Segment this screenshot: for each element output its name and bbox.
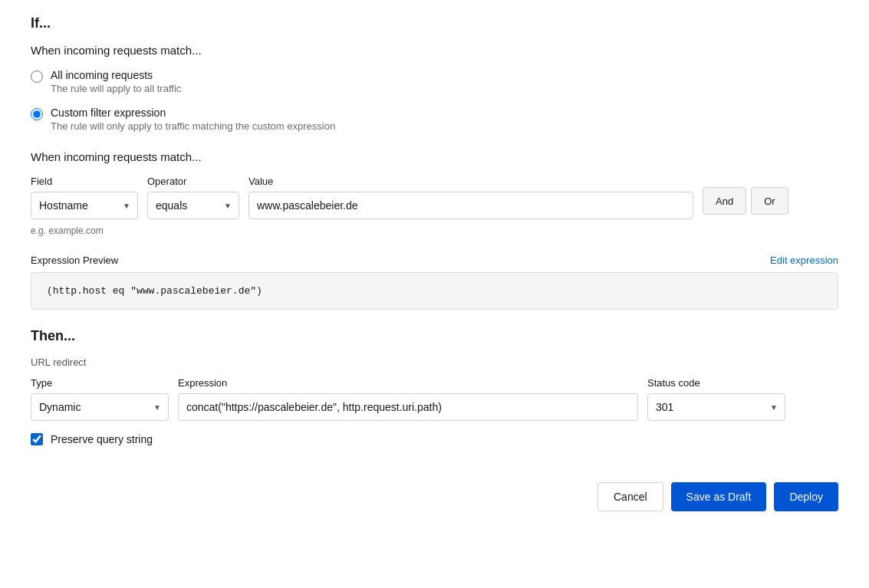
deploy-button[interactable]: Deploy — [774, 482, 838, 511]
if-section: If... When incoming requests match... Al… — [31, 15, 838, 132]
radio-all-label: All incoming requests — [51, 69, 181, 81]
radio-custom-label: Custom filter expression — [51, 107, 335, 119]
edit-expression-link[interactable]: Edit expression — [770, 255, 838, 266]
radio-item-custom: Custom filter expression The rule will o… — [31, 107, 838, 132]
radio-all-text: All incoming requests The rule will appl… — [51, 69, 181, 94]
type-select[interactable]: Dynamic Static — [31, 393, 169, 421]
field-group: Field Hostname URI Path Query String Cou… — [31, 176, 138, 219]
operator-select-wrapper: equals does not equal contains does not … — [147, 192, 239, 219]
if-title: If... — [31, 15, 838, 31]
cancel-button[interactable]: Cancel — [597, 482, 663, 511]
field-select[interactable]: Hostname URI Path Query String Country I… — [31, 192, 138, 219]
save-draft-button[interactable]: Save as Draft — [671, 482, 767, 511]
url-redirect-label: URL redirect — [31, 356, 838, 368]
expression-preview-label: Expression Preview — [31, 255, 118, 266]
radio-group: All incoming requests The rule will appl… — [31, 69, 838, 132]
status-code-label: Status code — [647, 377, 785, 389]
value-hint: e.g. example.com — [31, 225, 838, 236]
type-label: Type — [31, 377, 169, 389]
filter-section: When incoming requests match... Field Ho… — [31, 150, 838, 236]
field-select-wrapper: Hostname URI Path Query String Country I… — [31, 192, 138, 219]
preserve-query-label: Preserve query string — [51, 433, 153, 445]
then-section: Then... URL redirect Type Dynamic Static… — [31, 328, 838, 445]
field-label: Field — [31, 176, 138, 187]
expression-label: Expression — [178, 377, 638, 389]
expression-input[interactable] — [178, 393, 638, 421]
value-label: Value — [249, 176, 693, 187]
radio-all-incoming[interactable] — [31, 71, 43, 83]
or-button[interactable]: Or — [751, 187, 788, 215]
type-expression-row: Type Dynamic Static ▼ Expression Status … — [31, 377, 838, 421]
expression-box: (http.host eq "www.pascalebeier.de") — [31, 272, 838, 310]
status-code-group: Status code 301 302 303 307 308 ▼ — [647, 377, 785, 421]
operator-group: Operator equals does not equal contains … — [147, 176, 239, 219]
field-row: Field Hostname URI Path Query String Cou… — [31, 176, 838, 219]
radio-item-all: All incoming requests The rule will appl… — [31, 69, 838, 94]
expression-preview-header: Expression Preview Edit expression — [31, 255, 838, 266]
then-title: Then... — [31, 328, 838, 344]
operator-select[interactable]: equals does not equal contains does not … — [147, 192, 239, 219]
radio-custom-filter[interactable] — [31, 108, 43, 120]
radio-custom-desc: The rule will only apply to traffic matc… — [51, 120, 335, 132]
status-code-select[interactable]: 301 302 303 307 308 — [647, 393, 785, 421]
radio-custom-text: Custom filter expression The rule will o… — [51, 107, 335, 132]
preserve-query-row: Preserve query string — [31, 433, 838, 445]
radio-all-desc: The rule will apply to all traffic — [51, 83, 181, 94]
type-group: Type Dynamic Static ▼ — [31, 377, 169, 421]
type-select-wrapper: Dynamic Static ▼ — [31, 393, 169, 421]
status-code-select-wrapper: 301 302 303 307 308 ▼ — [647, 393, 785, 421]
preserve-query-checkbox[interactable] — [31, 433, 43, 445]
and-button[interactable]: And — [703, 187, 746, 215]
value-input[interactable] — [249, 192, 693, 219]
operator-label: Operator — [147, 176, 239, 187]
value-group: Value — [249, 176, 693, 219]
action-buttons: Cancel Save as Draft Deploy — [31, 470, 838, 511]
when-label-1: When incoming requests match... — [31, 44, 838, 57]
and-or-buttons: And Or — [703, 187, 788, 215]
when-label-2: When incoming requests match... — [31, 150, 838, 163]
expression-group: Expression — [178, 377, 638, 421]
expression-preview-section: Expression Preview Edit expression (http… — [31, 255, 838, 310]
